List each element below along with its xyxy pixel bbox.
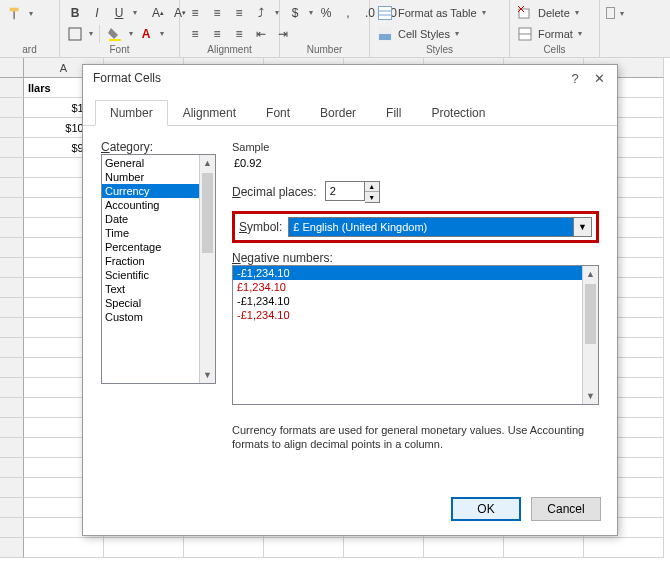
- tab-alignment[interactable]: Alignment: [168, 100, 251, 126]
- tab-protection[interactable]: Protection: [416, 100, 500, 126]
- row-header[interactable]: [0, 278, 24, 298]
- scroll-thumb[interactable]: [202, 173, 213, 253]
- symbol-combobox[interactable]: £ English (United Kingdom) ▼: [288, 217, 592, 237]
- row-header[interactable]: [0, 298, 24, 318]
- row-header[interactable]: [0, 98, 24, 118]
- percent-button[interactable]: %: [317, 4, 335, 22]
- format-as-table-button[interactable]: Format as Table: [398, 7, 477, 19]
- help-button[interactable]: ?: [563, 68, 587, 88]
- close-icon[interactable]: ✕: [587, 68, 611, 88]
- row-header[interactable]: [0, 378, 24, 398]
- format-icon[interactable]: [516, 25, 534, 43]
- cell[interactable]: [504, 538, 584, 558]
- align-right-icon[interactable]: ≡: [230, 25, 248, 43]
- cell-styles-button[interactable]: Cell Styles: [398, 28, 450, 40]
- align-left-icon[interactable]: ≡: [186, 25, 204, 43]
- align-bottom-icon[interactable]: ≡: [230, 4, 248, 22]
- select-all-corner[interactable]: [0, 58, 24, 78]
- scroll-down-icon[interactable]: ▼: [583, 388, 598, 404]
- chevron-down-icon[interactable]: ▾: [89, 29, 93, 38]
- negative-option[interactable]: -£1,234.10: [233, 294, 598, 308]
- italic-button[interactable]: I: [88, 4, 106, 22]
- scroll-up-icon[interactable]: ▲: [200, 155, 215, 171]
- scroll-up-icon[interactable]: ▲: [583, 266, 598, 282]
- tab-font[interactable]: Font: [251, 100, 305, 126]
- fill-color-button[interactable]: [106, 25, 124, 43]
- row-header[interactable]: [0, 158, 24, 178]
- chevron-down-icon[interactable]: ▾: [482, 8, 486, 17]
- increase-font-icon[interactable]: A▴: [149, 4, 167, 22]
- dialog-titlebar[interactable]: Format Cells ? ✕: [83, 65, 617, 91]
- chevron-down-icon[interactable]: ▾: [160, 29, 164, 38]
- cell-styles-icon[interactable]: [376, 25, 394, 43]
- delete-icon[interactable]: [516, 4, 534, 22]
- cancel-button[interactable]: Cancel: [531, 497, 601, 521]
- row-header[interactable]: [0, 218, 24, 238]
- row-header[interactable]: [0, 338, 24, 358]
- row-header[interactable]: [0, 498, 24, 518]
- underline-button[interactable]: U: [110, 4, 128, 22]
- cell[interactable]: [424, 538, 504, 558]
- align-center-icon[interactable]: ≡: [208, 25, 226, 43]
- category-listbox[interactable]: GeneralNumberCurrencyAccountingDateTimeP…: [101, 154, 216, 384]
- comma-button[interactable]: ,: [339, 4, 357, 22]
- paint-format-icon[interactable]: [6, 4, 24, 22]
- scrollbar[interactable]: ▲ ▼: [582, 266, 598, 404]
- decrease-indent-icon[interactable]: ⇤: [252, 25, 270, 43]
- row-header[interactable]: [0, 178, 24, 198]
- row-header[interactable]: [0, 538, 24, 558]
- cell[interactable]: [104, 538, 184, 558]
- symbol-value[interactable]: £ English (United Kingdom): [288, 217, 574, 237]
- spin-up-icon[interactable]: ▲: [365, 182, 379, 192]
- row-header[interactable]: [0, 198, 24, 218]
- scroll-thumb[interactable]: [585, 284, 596, 344]
- chevron-down-icon[interactable]: ▾: [129, 29, 133, 38]
- chevron-down-icon[interactable]: ▾: [578, 29, 582, 38]
- chevron-down-icon[interactable]: ▾: [620, 9, 624, 18]
- cell[interactable]: [344, 538, 424, 558]
- row-header[interactable]: [0, 398, 24, 418]
- chevron-down-icon[interactable]: ▾: [309, 8, 313, 17]
- ok-button[interactable]: OK: [451, 497, 521, 521]
- row-header[interactable]: [0, 238, 24, 258]
- negative-option[interactable]: -£1,234.10: [233, 308, 598, 322]
- cell[interactable]: [584, 538, 664, 558]
- cell[interactable]: [264, 538, 344, 558]
- row-header[interactable]: [0, 478, 24, 498]
- align-middle-icon[interactable]: ≡: [208, 4, 226, 22]
- row-header[interactable]: [0, 78, 24, 98]
- tab-border[interactable]: Border: [305, 100, 371, 126]
- cell[interactable]: [184, 538, 264, 558]
- scroll-down-icon[interactable]: ▼: [200, 367, 215, 383]
- chevron-down-icon[interactable]: ▾: [575, 8, 579, 17]
- table-icon[interactable]: [376, 4, 394, 22]
- orientation-icon[interactable]: ⤴: [252, 4, 270, 22]
- row-header[interactable]: [0, 458, 24, 478]
- chevron-down-icon[interactable]: ▾: [455, 29, 459, 38]
- row-header[interactable]: [0, 418, 24, 438]
- chevron-down-icon[interactable]: ▾: [275, 8, 279, 17]
- tab-number[interactable]: Number: [95, 100, 168, 126]
- negative-option[interactable]: -£1,234.10: [233, 266, 598, 280]
- checkbox-icon[interactable]: [606, 7, 615, 19]
- spin-down-icon[interactable]: ▼: [365, 192, 379, 202]
- cell[interactable]: [24, 538, 104, 558]
- row-header[interactable]: [0, 258, 24, 278]
- tab-fill[interactable]: Fill: [371, 100, 416, 126]
- accounting-format-button[interactable]: $: [286, 4, 304, 22]
- row-header[interactable]: [0, 358, 24, 378]
- decimal-places-input[interactable]: [325, 181, 365, 201]
- row-header[interactable]: [0, 118, 24, 138]
- chevron-down-icon[interactable]: ▼: [574, 217, 592, 237]
- format-button[interactable]: Format: [538, 28, 573, 40]
- decimal-places-spinner[interactable]: ▲ ▼: [325, 181, 380, 203]
- scrollbar[interactable]: ▲ ▼: [199, 155, 215, 383]
- align-top-icon[interactable]: ≡: [186, 4, 204, 22]
- bold-button[interactable]: B: [66, 4, 84, 22]
- row-header[interactable]: [0, 318, 24, 338]
- negative-option[interactable]: £1,234.10: [233, 280, 598, 294]
- negative-numbers-listbox[interactable]: -£1,234.10£1,234.10-£1,234.10-£1,234.10 …: [232, 265, 599, 405]
- row-header[interactable]: [0, 518, 24, 538]
- delete-button[interactable]: Delete: [538, 7, 570, 19]
- row-header[interactable]: [0, 138, 24, 158]
